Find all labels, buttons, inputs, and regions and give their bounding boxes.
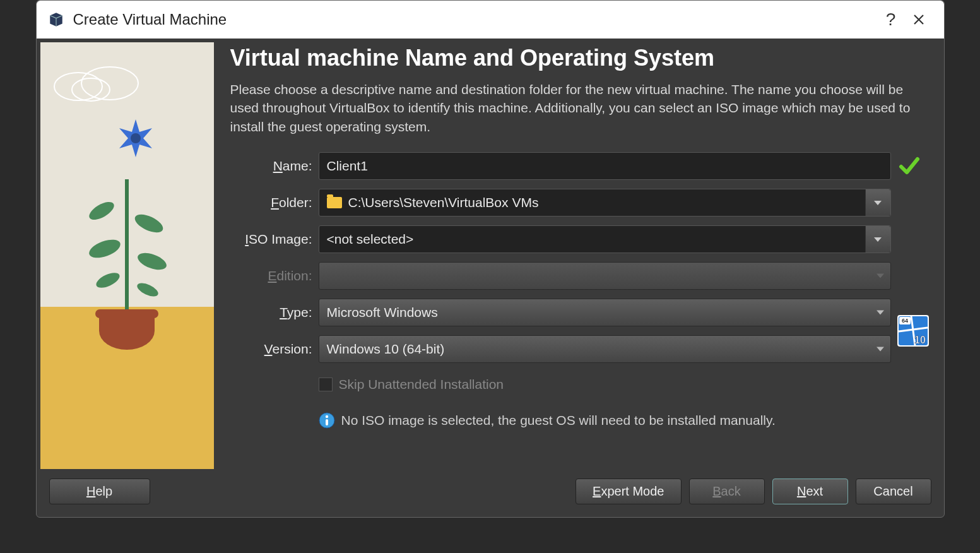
checkmark-icon — [897, 154, 921, 178]
svg-point-4 — [133, 211, 166, 236]
folder-dropdown[interactable]: C:\Users\Steven\VirtualBox VMs — [319, 189, 891, 217]
svg-point-1 — [81, 67, 138, 100]
svg-point-7 — [94, 270, 122, 290]
virtualbox-icon — [48, 11, 64, 28]
skip-unattended-checkbox — [319, 378, 333, 391]
page-description: Please choose a descriptive name and des… — [230, 80, 931, 136]
folder-label: Folder: — [230, 195, 312, 210]
titlebar: Create Virtual Machine ? — [37, 1, 944, 39]
form: Name: Folder: C:\Users\Steven\VirtualBox… — [230, 152, 931, 429]
edition-label: Edition: — [230, 268, 312, 283]
back-button: Back — [689, 479, 765, 504]
iso-dropdown[interactable]: <not selected> — [319, 225, 891, 253]
close-button[interactable] — [905, 6, 933, 33]
iso-value: <not selected> — [327, 232, 414, 247]
skip-unattended-row: Skip Unattended Installation — [319, 377, 891, 392]
svg-point-3 — [86, 198, 117, 223]
iso-label: ISO Image: — [230, 232, 312, 247]
version-label: Version: — [230, 342, 312, 357]
next-button[interactable]: Next — [772, 479, 848, 504]
cancel-button[interactable]: Cancel — [856, 479, 931, 504]
svg-rect-18 — [326, 419, 328, 425]
svg-point-8 — [135, 280, 160, 299]
info-icon — [319, 412, 335, 429]
svg-point-5 — [86, 236, 122, 261]
folder-icon — [327, 197, 342, 208]
type-label: Type: — [230, 305, 312, 320]
svg-text:10: 10 — [914, 335, 926, 345]
chevron-down-icon — [877, 311, 884, 315]
edition-dropdown — [319, 262, 891, 290]
os-type-badge-icon: 64 10 — [897, 315, 929, 347]
svg-point-6 — [136, 249, 169, 273]
help-titlebar-button[interactable]: ? — [877, 6, 905, 33]
dialog-body: Virtual machine Name and Operating Syste… — [37, 39, 944, 473]
skip-unattended-label: Skip Unattended Installation — [339, 377, 504, 392]
svg-point-0 — [54, 73, 102, 100]
wizard-content: Virtual machine Name and Operating Syste… — [218, 39, 944, 473]
chevron-down-icon — [877, 347, 884, 352]
info-text: No ISO image is selected, the guest OS w… — [341, 413, 776, 428]
info-message: No ISO image is selected, the guest OS w… — [319, 412, 891, 429]
version-value: Windows 10 (64-bit) — [327, 342, 445, 357]
svg-point-2 — [72, 78, 110, 101]
folder-value: C:\Users\Steven\VirtualBox VMs — [348, 195, 539, 210]
chevron-down-icon — [865, 189, 890, 216]
wizard-banner-image — [40, 42, 214, 469]
chevron-down-icon — [877, 274, 884, 278]
svg-point-17 — [325, 415, 328, 418]
dialog-window: Create Virtual Machine ? — [36, 0, 945, 518]
window-title: Create Virtual Machine — [73, 11, 877, 28]
dialog-footer: Help Expert Mode Back Next Cancel — [37, 473, 944, 517]
name-input[interactable] — [319, 152, 891, 180]
help-button[interactable]: Help — [49, 479, 150, 504]
svg-point-10 — [131, 133, 141, 143]
page-heading: Virtual machine Name and Operating Syste… — [230, 45, 931, 71]
svg-text:64: 64 — [901, 318, 907, 324]
chevron-down-icon — [865, 226, 890, 253]
type-dropdown[interactable]: Microsoft Windows — [319, 299, 891, 326]
expert-mode-button[interactable]: Expert Mode — [576, 479, 681, 504]
type-value: Microsoft Windows — [327, 305, 438, 320]
name-label: Name: — [230, 158, 312, 174]
version-dropdown[interactable]: Windows 10 (64-bit) — [319, 335, 891, 363]
